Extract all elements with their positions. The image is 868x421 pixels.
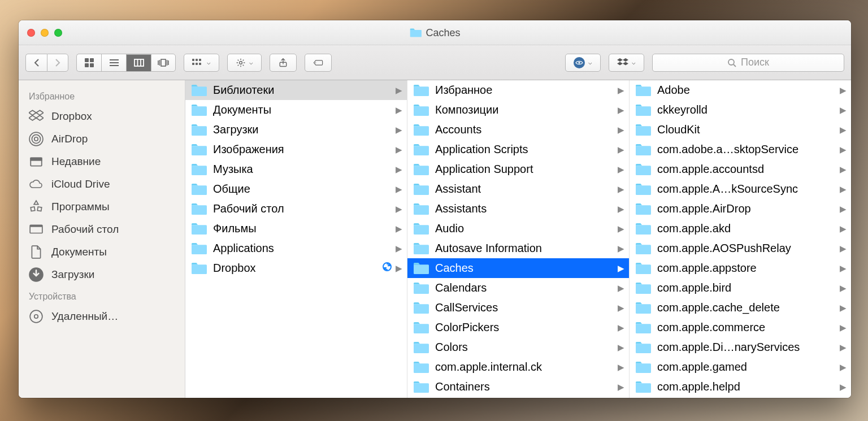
list-item[interactable]: Application Support▶ bbox=[407, 159, 629, 179]
chevron-right-icon: ▶ bbox=[840, 362, 845, 372]
folder-icon bbox=[413, 262, 429, 275]
sidebar-item[interactable]: Загрузки bbox=[19, 263, 185, 286]
privacy-button[interactable]: ⌵ bbox=[565, 54, 601, 72]
list-item[interactable]: com.apple.cache_delete▶ bbox=[630, 298, 851, 318]
list-item[interactable]: com.apple.bird▶ bbox=[630, 278, 851, 298]
list-item[interactable]: ckkeyrolld▶ bbox=[630, 100, 851, 120]
groupby-button[interactable]: ⌵ bbox=[184, 54, 219, 72]
recents-icon bbox=[29, 154, 44, 169]
list-item[interactable]: Фильмы▶ bbox=[185, 219, 407, 238]
list-item[interactable]: Application Scripts▶ bbox=[407, 140, 629, 159]
item-label: Application Scripts bbox=[435, 143, 618, 156]
share-button[interactable] bbox=[270, 54, 297, 72]
sidebar-item-label: Программы bbox=[51, 201, 110, 213]
list-item[interactable]: com.adobe.a…sktopService▶ bbox=[630, 140, 851, 159]
svg-rect-33 bbox=[30, 225, 42, 227]
list-item[interactable]: Документы▶ bbox=[185, 100, 407, 120]
forward-button[interactable] bbox=[47, 54, 68, 72]
list-item[interactable]: Dropbox▶ bbox=[185, 258, 407, 278]
list-item[interactable]: Библиотеки▶ bbox=[185, 80, 407, 100]
list-item[interactable]: com.apple.akd▶ bbox=[630, 219, 851, 238]
list-item[interactable]: Colors▶ bbox=[407, 337, 629, 357]
action-button[interactable]: ⌵ bbox=[227, 54, 262, 72]
list-item[interactable]: Музыка▶ bbox=[185, 159, 407, 179]
list-item[interactable]: com.apple.accountsd▶ bbox=[630, 159, 851, 179]
list-item[interactable]: Общие▶ bbox=[185, 179, 407, 199]
item-label: Audio bbox=[435, 222, 618, 235]
search-input[interactable]: Поиск bbox=[652, 54, 844, 72]
folder-icon bbox=[635, 361, 651, 374]
list-item[interactable]: CallServices▶ bbox=[407, 298, 629, 318]
list-item[interactable]: Избранное▶ bbox=[407, 80, 629, 100]
list-item[interactable]: Caches▶ bbox=[407, 258, 629, 278]
list-item[interactable]: Applications▶ bbox=[185, 238, 407, 258]
list-item[interactable]: Containers▶ bbox=[407, 377, 629, 397]
list-item[interactable]: Audio▶ bbox=[407, 219, 629, 238]
list-item[interactable]: Assistants▶ bbox=[407, 199, 629, 219]
list-item[interactable]: Assistant▶ bbox=[407, 179, 629, 199]
list-item[interactable]: com.apple.AirDrop▶ bbox=[630, 199, 851, 219]
chevron-right-icon: ▶ bbox=[840, 224, 845, 234]
minimize-button[interactable] bbox=[41, 29, 49, 37]
chevron-right-icon: ▶ bbox=[840, 382, 845, 392]
item-label: com.apple.commerce bbox=[657, 321, 840, 334]
folder-icon bbox=[413, 302, 429, 314]
list-item[interactable]: Композиции▶ bbox=[407, 100, 629, 120]
icon-view-button[interactable] bbox=[76, 54, 101, 72]
svg-point-21 bbox=[240, 61, 242, 64]
chevron-right-icon: ▶ bbox=[618, 85, 623, 96]
tags-button[interactable] bbox=[305, 54, 332, 72]
folder-icon bbox=[413, 341, 429, 354]
svg-rect-19 bbox=[196, 63, 198, 65]
sidebar-item[interactable]: Программы bbox=[19, 196, 185, 218]
list-item[interactable]: Calendars▶ bbox=[407, 278, 629, 298]
zoom-button[interactable] bbox=[54, 29, 62, 37]
chevron-right-icon: ▶ bbox=[840, 145, 845, 155]
list-item[interactable]: Adobe▶ bbox=[630, 80, 851, 100]
list-item[interactable]: com.apple.A…kSourceSync▶ bbox=[630, 179, 851, 199]
sidebar-item[interactable]: Документы bbox=[19, 241, 185, 263]
item-label: com.apple.bird bbox=[657, 281, 840, 294]
dropbox-toolbar-button[interactable]: ⌵ bbox=[609, 54, 644, 72]
list-item[interactable]: Рабочий стол▶ bbox=[185, 199, 407, 219]
gallery-view-button[interactable] bbox=[151, 54, 176, 72]
list-item[interactable]: com.apple.appstore▶ bbox=[630, 258, 851, 278]
list-item[interactable]: com.apple.gamed▶ bbox=[630, 357, 851, 377]
list-view-button[interactable] bbox=[101, 54, 126, 72]
list-item[interactable]: com.apple.internal.ck▶ bbox=[407, 357, 629, 377]
chevron-right-icon: ▶ bbox=[618, 303, 623, 313]
list-item[interactable]: com.apple.Di…naryServices▶ bbox=[630, 337, 851, 357]
sidebar-item[interactable]: Удаленный… bbox=[19, 305, 185, 328]
list-item[interactable]: com.apple.helpd▶ bbox=[630, 377, 851, 397]
list-item[interactable]: Autosave Information▶ bbox=[407, 238, 629, 258]
list-item[interactable]: Загрузки▶ bbox=[185, 120, 407, 140]
item-label: Композиции bbox=[435, 103, 618, 116]
list-item[interactable]: CloudKit▶ bbox=[630, 120, 851, 140]
sidebar-item[interactable]: Dropbox bbox=[19, 105, 185, 128]
close-button[interactable] bbox=[27, 29, 35, 37]
traffic-lights bbox=[27, 29, 62, 37]
item-label: Calendars bbox=[435, 281, 618, 294]
list-item[interactable]: com.apple.AOSPushRelay▶ bbox=[630, 238, 851, 258]
svg-point-35 bbox=[30, 310, 42, 323]
svg-rect-15 bbox=[192, 59, 194, 61]
sidebar-item[interactable]: AirDrop bbox=[19, 128, 185, 150]
titlebar: Caches bbox=[19, 20, 851, 45]
item-label: com.apple.cache_delete bbox=[657, 301, 840, 314]
sidebar-item[interactable]: Недавние bbox=[19, 150, 185, 173]
sidebar-item[interactable]: iCloud Drive bbox=[19, 173, 185, 196]
svg-rect-1 bbox=[90, 58, 94, 62]
list-item[interactable]: com.apple.commerce▶ bbox=[630, 318, 851, 337]
sidebar-item[interactable]: Рабочий стол bbox=[19, 218, 185, 241]
svg-rect-17 bbox=[199, 59, 201, 61]
folder-icon bbox=[413, 282, 429, 294]
list-item[interactable]: Accounts▶ bbox=[407, 120, 629, 140]
column-view-button[interactable] bbox=[126, 54, 151, 72]
toolbar: ⌵ ⌵ ⌵ ⌵ Поиск bbox=[19, 45, 851, 80]
list-item[interactable]: Изображения▶ bbox=[185, 140, 407, 159]
chevron-right-icon: ▶ bbox=[396, 244, 401, 254]
list-item[interactable]: ColorPickers▶ bbox=[407, 318, 629, 337]
item-label: Документы bbox=[213, 103, 396, 116]
back-button[interactable] bbox=[25, 54, 47, 72]
chevron-down-icon: ⌵ bbox=[207, 59, 211, 66]
